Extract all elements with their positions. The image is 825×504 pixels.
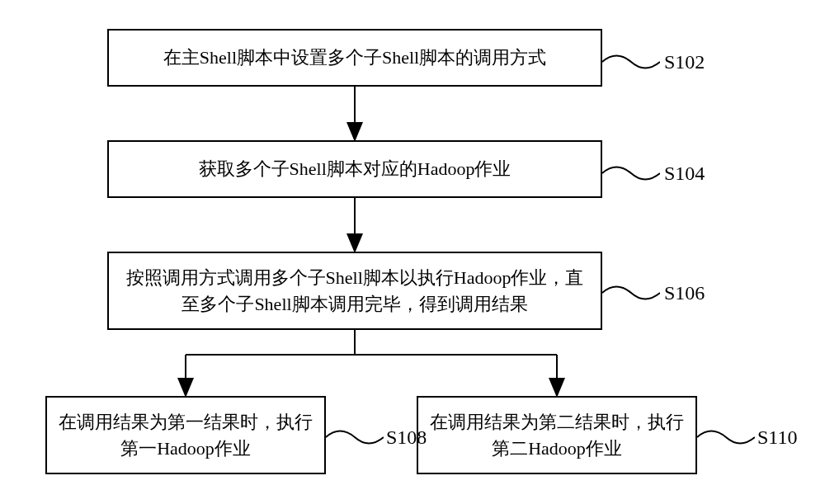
flow-box-text: 获取多个子Shell脚本对应的Hadoop作业 bbox=[199, 156, 512, 182]
flow-box-text: 按照调用方式调用多个子Shell脚本以执行Hadoop作业，直至多个子Shell… bbox=[117, 265, 592, 318]
flow-box-text: 在主Shell脚本中设置多个子Shell脚本的调用方式 bbox=[163, 45, 546, 71]
flow-box-s110: 在调用结果为第二结果时，执行第二Hadoop作业 bbox=[417, 396, 697, 474]
step-label-s106: S106 bbox=[664, 282, 705, 304]
step-label-s102: S102 bbox=[664, 51, 705, 73]
step-label-s104: S104 bbox=[664, 163, 705, 185]
step-label-s108: S108 bbox=[386, 426, 427, 449]
wave-connector bbox=[697, 425, 755, 450]
flow-box-s108: 在调用结果为第一结果时，执行第一Hadoop作业 bbox=[45, 396, 326, 474]
flow-box-text: 在调用结果为第二结果时，执行第二Hadoop作业 bbox=[427, 409, 687, 462]
flow-box-s106: 按照调用方式调用多个子Shell脚本以执行Hadoop作业，直至多个子Shell… bbox=[107, 252, 602, 330]
flow-box-text: 在调用结果为第一结果时，执行第一Hadoop作业 bbox=[55, 409, 316, 462]
wave-connector bbox=[326, 425, 384, 450]
step-label-s110: S110 bbox=[757, 426, 797, 449]
wave-connector bbox=[602, 161, 660, 186]
wave-connector bbox=[602, 49, 660, 74]
flow-box-s102: 在主Shell脚本中设置多个子Shell脚本的调用方式 bbox=[107, 29, 602, 87]
flow-box-s104: 获取多个子Shell脚本对应的Hadoop作业 bbox=[107, 140, 602, 198]
wave-connector bbox=[602, 280, 660, 305]
